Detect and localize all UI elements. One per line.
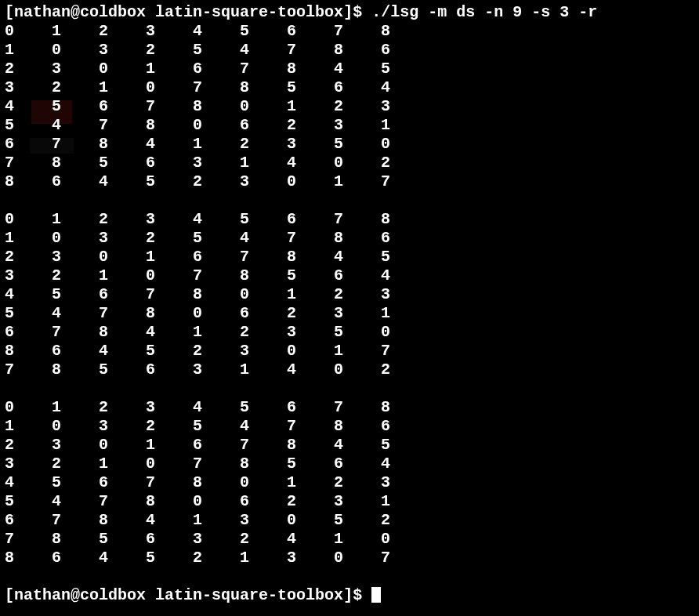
latin-square-row: 8 6 4 5 2 3 0 1 7 xyxy=(5,342,694,361)
prompt-dollar: $ xyxy=(353,3,371,21)
blank-separator xyxy=(5,567,694,586)
cursor-block xyxy=(371,587,381,603)
latin-square-row: 5 4 7 8 0 6 2 3 1 xyxy=(5,116,694,135)
latin-square-row: 6 7 8 4 1 2 3 5 0 xyxy=(5,135,694,154)
latin-square-row: 3 2 1 0 7 8 5 6 4 xyxy=(5,266,694,285)
latin-square-row: 5 4 7 8 0 6 2 3 1 xyxy=(5,304,694,323)
prompt-dollar: $ xyxy=(353,586,371,604)
latin-square-row: 8 6 4 5 2 1 3 0 7 xyxy=(5,549,694,567)
prompt-close-bracket: ] xyxy=(343,586,353,604)
latin-square-row: 5 4 7 8 0 6 2 3 1 xyxy=(5,492,694,511)
latin-square-row: 3 2 1 0 7 8 5 6 4 xyxy=(5,455,694,473)
prompt-user: nathan xyxy=(14,586,71,604)
prompt-path: latin-square-toolbox xyxy=(155,586,343,604)
command-text: ./lsg -m ds -n 9 -s 3 -r xyxy=(371,3,597,21)
latin-square-row: 1 0 3 2 5 4 7 8 6 xyxy=(5,417,694,436)
latin-square-row: 0 1 2 3 4 5 6 7 8 xyxy=(5,210,694,229)
prompt-open-bracket: [ xyxy=(5,3,14,21)
prompt-host: coldbox xyxy=(80,586,146,604)
latin-square-row: 2 3 0 1 6 7 8 4 5 xyxy=(5,248,694,266)
prompt-at-sign: @ xyxy=(71,3,80,21)
latin-square-row: 7 8 5 6 3 1 4 0 2 xyxy=(5,361,694,379)
latin-square-row: 0 1 2 3 4 5 6 7 8 xyxy=(5,398,694,417)
prompt-at-sign: @ xyxy=(71,586,80,604)
latin-square-row: 6 7 8 4 1 3 0 5 2 xyxy=(5,511,694,530)
terminal-prompt-line-1[interactable]: [nathan@coldbox latin-square-toolbox]$ .… xyxy=(5,3,694,22)
blank-separator xyxy=(5,379,694,398)
prompt-path: latin-square-toolbox xyxy=(155,3,343,21)
latin-square-row: 0 1 2 3 4 5 6 7 8 xyxy=(5,22,694,41)
latin-square-row: 7 8 5 6 3 2 4 1 0 xyxy=(5,530,694,549)
prompt-open-bracket: [ xyxy=(5,586,14,604)
blank-separator xyxy=(5,191,694,210)
latin-square-row: 2 3 0 1 6 7 8 4 5 xyxy=(5,436,694,455)
latin-square-row: 8 6 4 5 2 3 0 1 7 xyxy=(5,172,694,191)
prompt-user: nathan xyxy=(14,3,71,21)
latin-square-row: 4 5 6 7 8 0 1 2 3 xyxy=(5,473,694,492)
prompt-close-bracket: ] xyxy=(343,3,353,21)
latin-square-row: 2 3 0 1 6 7 8 4 5 xyxy=(5,60,694,78)
latin-square-row: 3 2 1 0 7 8 5 6 4 xyxy=(5,78,694,97)
latin-square-row: 4 5 6 7 8 0 1 2 3 xyxy=(5,97,694,116)
terminal-output[interactable]: 0 1 2 3 4 5 6 7 81 0 3 2 5 4 7 8 62 3 0 … xyxy=(5,22,694,586)
latin-square-row: 7 8 5 6 3 1 4 0 2 xyxy=(5,154,694,172)
prompt-space xyxy=(146,586,155,604)
prompt-host: coldbox xyxy=(80,3,146,21)
latin-square-row: 1 0 3 2 5 4 7 8 6 xyxy=(5,229,694,248)
prompt-space xyxy=(146,3,155,21)
latin-square-row: 1 0 3 2 5 4 7 8 6 xyxy=(5,41,694,60)
terminal-prompt-line-2[interactable]: [nathan@coldbox latin-square-toolbox]$ xyxy=(5,586,694,605)
latin-square-row: 6 7 8 4 1 2 3 5 0 xyxy=(5,323,694,342)
latin-square-row: 4 5 6 7 8 0 1 2 3 xyxy=(5,285,694,304)
